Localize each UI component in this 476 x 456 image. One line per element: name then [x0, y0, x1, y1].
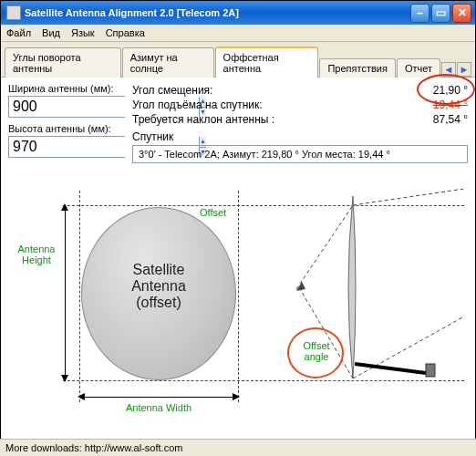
width-label: Ширина антенны (мм): [8, 83, 125, 94]
menu-file[interactable]: Файл [6, 27, 31, 38]
width-dimension [79, 397, 238, 398]
tab-rotation-angles[interactable]: Углы поворота антенны [5, 47, 121, 78]
offset-label-diagram: Offset [200, 207, 226, 218]
menu-help[interactable]: Справка [106, 27, 145, 38]
tab-scroll: ◄ ► [441, 62, 471, 77]
tab-report[interactable]: Отчет [397, 58, 440, 78]
titlebar: Satellite Antenna Alignment 2.0 [Telecom… [1, 1, 475, 25]
antenna-width-label: Antenna Width [118, 402, 200, 413]
maximize-button[interactable]: ▭ [431, 4, 450, 23]
content-area: Ширина антенны (мм): ▲ ▼ Высота антенны … [1, 78, 475, 426]
height-spinner: ▲ ▼ [8, 136, 125, 158]
tilt-label: Требуется наклон антенны : [132, 113, 274, 126]
menu-lang[interactable]: Язык [71, 27, 95, 38]
app-icon [6, 5, 21, 20]
dash-line [238, 191, 239, 402]
antenna-height-label: Antenna Height [14, 244, 59, 265]
svg-line-0 [353, 189, 464, 205]
antenna-diagram: Satellite Antenna (offset) Antenna Heigh… [8, 171, 468, 426]
svg-line-5 [355, 364, 426, 373]
arrow-down-icon [61, 375, 68, 382]
lnb-arm-icon [355, 353, 441, 380]
height-dimension [65, 205, 66, 380]
offset-angle-diagram-label: Offset angle [298, 340, 335, 362]
svg-line-2 [296, 205, 353, 289]
status-text: More downloads: http://www.al-soft.com [5, 442, 182, 453]
tab-offset-antenna[interactable]: Оффсетная антенна [215, 47, 319, 78]
menubar: Файл Вид Язык Справка [1, 25, 475, 42]
tilt-value: 87,54 ° [433, 113, 468, 126]
dimension-inputs: Ширина антенны (мм): ▲ ▼ Высота антенны … [8, 83, 125, 163]
height-label: Высота антенны (мм): [8, 123, 125, 134]
arrow-up-icon [61, 203, 68, 211]
statusbar: More downloads: http://www.al-soft.com [0, 439, 476, 456]
tab-scroll-right[interactable]: ► [457, 62, 471, 77]
center-line3: (offset) [99, 295, 218, 311]
tab-sun-azimuth[interactable]: Азимут на солнце [122, 47, 214, 78]
dash-line [79, 191, 80, 402]
tabbar: Углы поворота антенны Азимут на солнце О… [1, 42, 475, 78]
svg-rect-6 [426, 364, 435, 377]
tab-scroll-left[interactable]: ◄ [441, 62, 456, 77]
menu-view[interactable]: Вид [42, 27, 60, 38]
arrow-left-icon [78, 393, 85, 400]
width-spinner: ▲ ▼ [8, 96, 125, 118]
offset-angle-value: 21,90 ° [433, 84, 468, 97]
window-controls: – ▭ ✕ [410, 4, 471, 23]
elevation-label: Угол подъёма на спутник: [132, 98, 263, 111]
center-line1: Satellite [99, 262, 218, 278]
close-button[interactable]: ✕ [452, 4, 471, 23]
arrow-right-icon [233, 393, 240, 400]
satellite-value: 3°0' - Telecom 2A; Азимут: 219,80 ° Угол… [132, 145, 468, 163]
elevation-value: 19,44 ° [433, 98, 468, 111]
center-line2: Antenna [99, 278, 218, 295]
satellite-label: Спутник [132, 130, 468, 143]
minimize-button[interactable]: – [410, 4, 429, 23]
window-title: Satellite Antenna Alignment 2.0 [Telecom… [25, 7, 410, 18]
satellite-group: Спутник 3°0' - Telecom 2A; Азимут: 219,8… [132, 130, 468, 163]
tab-obstacles[interactable]: Препятствия [319, 58, 395, 78]
angles-panel: Угол смещения: 21,90 ° Угол подъёма на с… [132, 83, 468, 163]
offset-angle-label: Угол смещения: [132, 84, 212, 97]
dish-center-label: Satellite Antenna (offset) [99, 262, 218, 311]
